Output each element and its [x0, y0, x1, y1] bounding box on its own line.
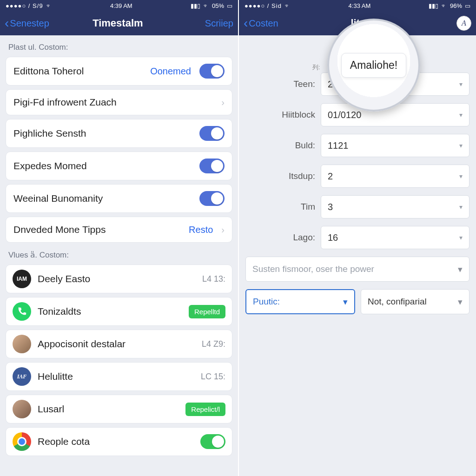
nav-action-button[interactable]: Scriiep — [205, 18, 233, 29]
chevron-down-icon: ▾ — [459, 111, 463, 119]
battery-percent: 05% — [212, 2, 224, 9]
wifi-icon: ᯤ — [441, 2, 447, 9]
chevron-down-icon: ▾ — [458, 297, 463, 307]
contact-meta: LC 15: — [201, 372, 225, 382]
select-hiitblock[interactable]: 01/0120 ▾ — [321, 103, 469, 126]
avatar — [13, 302, 31, 321]
chevron-left-icon: ‹ — [5, 17, 9, 30]
form-row-wide1: Susten fismoor, oser the power ▾ — [245, 257, 469, 282]
chevron-down-icon: ▾ — [343, 297, 348, 307]
field-label: Hiitblock — [245, 110, 315, 120]
toggle-switch[interactable] — [199, 126, 225, 141]
contact-name: Deely Easto — [38, 273, 196, 284]
chevron-right-icon: › — [221, 225, 225, 235]
chevron-right-icon: › — [221, 97, 225, 108]
phone-icon — [17, 306, 27, 317]
status-bar: ●●●●○ / S/9 ᯤ 4:39 AM ▮▮▯ ᯤ 05% ▭ — [0, 0, 238, 11]
select-value: 2 — [328, 171, 333, 182]
section-header: Plast ul. Costom: — [0, 35, 238, 57]
list-item[interactable]: IAF Helulitte LC 15: — [6, 362, 232, 391]
magnifier-callout: 列: Amaliohe! — [327, 19, 420, 112]
content-area: Plast ul. Costom: Edittona Toherol Oonem… — [0, 35, 238, 476]
setting-value: Resto — [189, 225, 213, 235]
select-itsdup[interactable]: 2 ▾ — [321, 165, 469, 188]
contact-name: Helulitte — [38, 371, 194, 382]
contact-meta: L4 Z9: — [202, 339, 225, 349]
setting-label: Edittona Toherol — [13, 66, 84, 77]
setting-label: Weeinal Bunomanity — [13, 193, 103, 204]
setting-row-edittona[interactable]: Edittona Toherol Oonemed — [6, 57, 232, 86]
setting-row-pighliche[interactable]: Pighliche Sensth — [6, 119, 232, 148]
chevron-left-icon: ‹ — [244, 17, 248, 30]
settings-list: Edittona Toherol Oonemed Pigi-Fd infrowe… — [0, 57, 238, 243]
setting-label: Expedes Momed — [13, 160, 87, 172]
select-lago[interactable]: 16 ▾ — [321, 226, 469, 249]
select-value: Puutic: — [253, 297, 280, 307]
setting-value: Oonemed — [150, 66, 191, 77]
phone-right: ●●●●○ / Sid ᯤ 4:33 AM ▮▮▯ ᯤ 96% ▭ ‹ Cost… — [238, 0, 476, 476]
select-value: 01/0120 — [328, 110, 361, 120]
battery-percent: 96% — [450, 2, 462, 9]
cell-signal-icon: ▮▮▯ — [429, 2, 438, 9]
list-item[interactable]: IAM Deely Easto L4 13: — [6, 264, 232, 293]
list-item[interactable]: Lusarl Repelict/l — [6, 395, 232, 423]
avatar — [13, 400, 31, 418]
status-time: 4:39 AM — [110, 2, 132, 9]
select-susten[interactable]: Susten fismoor, oser the power ▾ — [245, 257, 469, 282]
field-label: Teen: — [245, 79, 315, 89]
wifi-icon: ᯤ — [203, 2, 209, 9]
field-label: Lago: — [245, 232, 315, 243]
toggle-switch[interactable] — [199, 64, 225, 79]
select-value: 3 — [328, 202, 333, 212]
chevron-down-icon: ▾ — [459, 172, 463, 180]
contact-name: Tonizaldts — [38, 306, 182, 317]
status-time: 4:33 AM — [349, 2, 371, 9]
contact-name: Reople cota — [38, 436, 194, 447]
toggle-switch[interactable] — [200, 434, 225, 449]
form-row-pair: Puutic: ▾ Not, confiparial ▾ — [245, 289, 469, 314]
avatar: IAM — [13, 270, 31, 288]
setting-row-pigifd[interactable]: Pigi-Fd infrowent Zuach › — [6, 89, 232, 115]
select-value: 1121 — [328, 140, 349, 151]
contact-name: Lusarl — [38, 403, 179, 415]
select-puutic[interactable]: Puutic: ▾ — [245, 289, 355, 314]
field-label: Tim — [245, 202, 315, 212]
field-label: Itsdup: — [245, 171, 315, 181]
toggle-switch[interactable] — [199, 191, 225, 206]
setting-row-dnveded[interactable]: Dnveded Mone Tipps Resto › — [6, 217, 232, 243]
select-placeholder: Susten fismoor, oser the power — [252, 264, 374, 274]
form-row-tim: Tim 3 ▾ — [245, 195, 469, 218]
list-item[interactable]: Tonizaldts Repelltd — [6, 297, 232, 326]
select-value: 16 — [328, 232, 338, 243]
status-bar: ●●●●○ / Sid ᯤ 4:33 AM ▮▮▯ ᯤ 96% ▭ — [239, 0, 476, 11]
magnifier-bubble: Amaliohe! — [341, 53, 406, 78]
setting-row-weeinal[interactable]: Weeinal Bunomanity — [6, 184, 232, 213]
wifi-icon: ᯤ — [284, 2, 291, 9]
form-row-buld: Buld: 1121 ▾ — [245, 134, 469, 157]
setting-row-expedes[interactable]: Expedes Momed — [6, 152, 232, 180]
select-tim[interactable]: 3 ▾ — [321, 195, 469, 218]
magnifier-hint: 列: — [312, 63, 320, 72]
signal-dots: ●●●●○ / Sid — [245, 2, 282, 9]
chevron-down-icon: ▾ — [458, 264, 463, 275]
battery-icon: ▭ — [227, 2, 232, 9]
profile-button[interactable]: A — [456, 16, 471, 31]
contact-name: Appocisonit destalar — [38, 338, 195, 350]
contact-meta: L4 13: — [202, 274, 225, 284]
phone-left: ●●●●○ / S/9 ᯤ 4:39 AM ▮▮▯ ᯤ 05% ▭ ‹ Sene… — [0, 0, 238, 476]
chevron-down-icon: ▾ — [459, 80, 463, 88]
field-label: Buld: — [245, 140, 315, 151]
toggle-switch[interactable] — [199, 159, 225, 173]
setting-label: Pighliche Sensth — [13, 128, 86, 139]
action-pill[interactable]: Repelltd — [189, 305, 225, 318]
battery-icon: ▭ — [465, 2, 470, 9]
list-item[interactable]: Reople cota — [6, 427, 232, 456]
wifi-icon: ᯤ — [46, 2, 52, 9]
form-row-itsdup: Itsdup: 2 ▾ — [245, 165, 469, 188]
select-confiparial[interactable]: Not, confiparial ▾ — [361, 289, 469, 314]
action-pill[interactable]: Repelict/l — [185, 403, 225, 416]
select-buld[interactable]: 1121 ▾ — [321, 134, 469, 157]
list-item[interactable]: Appocisonit destalar L4 Z9: — [6, 330, 232, 358]
setting-label: Pigi-Fd infrowent Zuach — [13, 97, 117, 108]
form-row-lago: Lago: 16 ▾ — [245, 226, 469, 249]
